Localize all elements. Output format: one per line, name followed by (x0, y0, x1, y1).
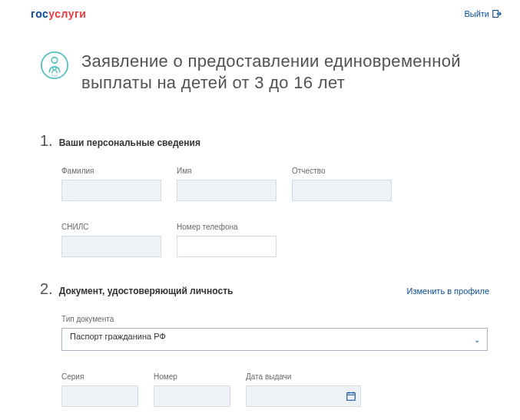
section-personal: 1. Ваши персональные сведения Фамилия Им… (0, 117, 520, 265)
snils-label: СНИЛС (61, 223, 161, 231)
lastname-label: Фамилия (61, 167, 161, 175)
patronymic-input (292, 180, 392, 201)
logo-part1: гос (31, 8, 48, 20)
issuedate-label: Дата выдачи (246, 372, 361, 381)
section-num-1: 1. (40, 132, 53, 150)
family-icon: 3-16 (40, 51, 69, 80)
section-title-2: Документ, удостоверяющий личность (59, 286, 401, 296)
series-label: Серия (61, 372, 138, 381)
svg-point-3 (53, 67, 56, 70)
page-title-row: 3-16 Заявление о предоставлении единовре… (0, 28, 520, 117)
doctype-label: Тип документа (61, 315, 488, 323)
section-title-1: Ваши персональные сведения (59, 137, 489, 148)
logout-icon (492, 9, 502, 18)
number-input (154, 385, 230, 407)
snils-input (61, 236, 161, 257)
section-head-1: 1. Ваши персональные сведения (40, 132, 489, 150)
logo: госуслуги (31, 8, 86, 20)
section-num-2: 2. (40, 280, 53, 298)
edit-profile-link[interactable]: Изменить в профиле (407, 286, 490, 296)
firstname-input (177, 180, 277, 201)
header: госуслуги Выйти (0, 0, 520, 28)
svg-text:3-16: 3-16 (51, 74, 58, 78)
logout-link[interactable]: Выйти (464, 9, 502, 18)
firstname-label: Имя (177, 167, 277, 175)
logo-part2: услуги (48, 8, 86, 20)
issuedate-input (246, 385, 361, 407)
svg-point-2 (51, 58, 58, 64)
phone-label: Номер телефона (177, 223, 277, 231)
page-title: Заявление о предоставлении единовременно… (81, 51, 489, 93)
phone-input[interactable] (177, 236, 277, 257)
lastname-input (61, 180, 161, 201)
number-label: Номер (154, 372, 230, 381)
series-input (61, 385, 138, 407)
doctype-select[interactable]: Паспорт гражданина РФ (61, 328, 488, 351)
patronymic-label: Отчество (292, 167, 392, 175)
section-document: 2. Документ, удостоверяющий личность Изм… (0, 265, 520, 420)
logout-label: Выйти (464, 9, 489, 18)
section-head-2: 2. Документ, удостоверяющий личность Изм… (40, 280, 489, 298)
